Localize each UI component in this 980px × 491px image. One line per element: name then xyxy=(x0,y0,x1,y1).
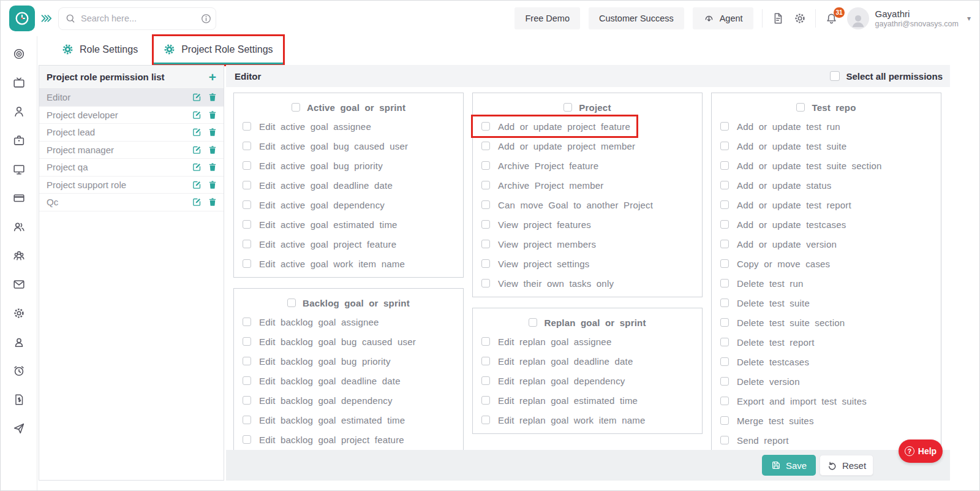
checkbox[interactable] xyxy=(243,416,251,424)
permission-item[interactable]: View project members xyxy=(473,234,702,254)
permission-item[interactable]: Edit backlog goal project feature xyxy=(234,430,463,449)
mail-icon[interactable] xyxy=(12,278,26,291)
permission-item[interactable]: Can move Goal to another Project xyxy=(473,195,702,215)
checkbox[interactable] xyxy=(720,181,729,189)
checkbox[interactable] xyxy=(243,142,251,150)
permission-item[interactable]: Edit active goal bug caused user xyxy=(234,136,463,156)
permission-item[interactable]: Edit active goal project feature xyxy=(234,234,463,254)
alarm-clock-icon[interactable] xyxy=(12,364,26,378)
checkbox[interactable] xyxy=(481,396,490,405)
checkbox[interactable] xyxy=(243,122,251,131)
permission-item[interactable]: Edit backlog goal dependency xyxy=(234,390,463,410)
checkbox[interactable] xyxy=(720,240,729,248)
group-checkbox[interactable] xyxy=(287,299,296,307)
permission-item[interactable]: Add or update test suite xyxy=(712,136,941,156)
group-header[interactable]: Backlog goal or sprint xyxy=(234,294,463,312)
checkbox[interactable] xyxy=(481,161,490,170)
permission-item[interactable]: Edit active goal estimated time xyxy=(234,215,463,234)
delete-icon[interactable] xyxy=(208,92,217,102)
permission-item[interactable]: Edit replan goal assignee xyxy=(473,332,702,351)
group-checkbox[interactable] xyxy=(529,318,537,327)
checkbox[interactable] xyxy=(720,200,729,209)
topbar-button[interactable]: Agent xyxy=(693,7,753,29)
permission-item[interactable]: View their own tasks only xyxy=(473,273,702,293)
edit-icon[interactable] xyxy=(192,110,202,120)
permission-item[interactable]: Export and import test suites xyxy=(712,391,941,411)
checkbox[interactable] xyxy=(481,142,490,150)
permission-item[interactable]: Add or update test report xyxy=(712,195,941,215)
permission-item[interactable]: Edit backlog goal bug caused user xyxy=(234,332,463,351)
credit-card-icon[interactable] xyxy=(12,191,26,205)
settings-icon[interactable] xyxy=(12,306,26,320)
checkbox[interactable] xyxy=(720,338,729,346)
group-header[interactable]: Test repo xyxy=(712,98,941,116)
checkbox[interactable] xyxy=(720,220,729,229)
checkbox[interactable] xyxy=(243,220,251,229)
tab[interactable]: Role Settings xyxy=(52,36,148,64)
permission-item[interactable]: Edit backlog goal assignee xyxy=(234,312,463,332)
team-icon[interactable] xyxy=(12,249,26,262)
permission-item[interactable]: View project features xyxy=(473,215,702,234)
role-row[interactable]: Qc xyxy=(39,194,224,211)
checkbox[interactable] xyxy=(481,240,490,248)
tv-icon[interactable] xyxy=(12,76,26,89)
permission-item[interactable]: Delete test suite xyxy=(712,293,941,313)
checkbox[interactable] xyxy=(720,299,729,307)
group-checkbox[interactable] xyxy=(796,103,805,112)
checkbox[interactable] xyxy=(481,220,490,229)
checkbox[interactable] xyxy=(243,318,251,326)
briefcase-icon[interactable] xyxy=(12,134,26,147)
checkbox[interactable] xyxy=(243,161,251,170)
permission-item[interactable]: Edit replan goal dependency xyxy=(473,371,702,390)
permission-item[interactable]: Merge test suites xyxy=(712,411,941,430)
checkbox[interactable] xyxy=(720,279,729,287)
search-box[interactable] xyxy=(58,7,216,30)
checkbox[interactable] xyxy=(243,357,251,365)
permission-item[interactable]: Edit active goal deadline date xyxy=(234,175,463,195)
person-badge-icon[interactable] xyxy=(12,335,26,349)
person-icon[interactable] xyxy=(12,105,26,118)
permission-item[interactable]: Edit active goal assignee xyxy=(234,116,463,136)
checkbox[interactable] xyxy=(720,397,729,405)
permission-item[interactable]: Add or update project member xyxy=(473,136,702,156)
group-header[interactable]: Project xyxy=(473,98,702,116)
tab[interactable]: Project Role Settings xyxy=(154,36,282,64)
user-menu[interactable]: Gayathri gayathri@snovasys.com ▾ xyxy=(847,7,971,29)
permission-item[interactable]: Archive Project feature xyxy=(473,156,702,175)
monitor-icon[interactable] xyxy=(12,162,26,176)
permission-item[interactable]: Edit backlog goal deadline date xyxy=(234,371,463,390)
group-header[interactable]: Active goal or sprint xyxy=(234,98,463,116)
edit-icon[interactable] xyxy=(192,92,202,102)
edit-icon[interactable] xyxy=(192,145,202,155)
permission-item[interactable]: Add or update version xyxy=(712,234,941,254)
permission-item[interactable]: Delete test suite section xyxy=(712,313,941,332)
checkbox[interactable] xyxy=(243,337,251,346)
checkbox[interactable] xyxy=(481,416,490,424)
checkbox[interactable] xyxy=(720,142,729,150)
permission-item[interactable]: Edit active goal work item name xyxy=(234,254,463,273)
document-icon[interactable] xyxy=(771,12,785,25)
permission-item[interactable]: Delete testcases xyxy=(712,352,941,371)
permission-item[interactable]: Delete test run xyxy=(712,273,941,293)
settings-gear-icon[interactable] xyxy=(793,12,807,25)
edit-icon[interactable] xyxy=(192,180,202,190)
permission-item[interactable]: Edit replan goal deadline date xyxy=(473,351,702,371)
search-input[interactable] xyxy=(81,13,195,23)
permission-item[interactable]: Edit replan goal estimated time xyxy=(473,390,702,410)
role-row[interactable]: Project qa xyxy=(39,159,224,177)
checkbox[interactable] xyxy=(481,376,490,385)
send-icon[interactable] xyxy=(12,422,26,435)
role-row[interactable]: Project manager xyxy=(39,142,224,159)
checkbox[interactable] xyxy=(481,200,490,209)
notifications-bell-icon[interactable]: 31 xyxy=(824,12,839,26)
checkbox[interactable] xyxy=(720,416,729,425)
app-logo[interactable] xyxy=(9,6,35,31)
permission-item[interactable]: Delete test report xyxy=(712,332,941,352)
permission-item[interactable]: Edit active goal dependency xyxy=(234,195,463,215)
topbar-button[interactable]: Free Demo xyxy=(514,7,580,29)
checkbox[interactable] xyxy=(481,259,490,268)
checkbox[interactable] xyxy=(720,122,729,131)
sidebar-expand-chevrons-icon[interactable] xyxy=(40,13,52,24)
delete-icon[interactable] xyxy=(208,127,217,137)
checkbox[interactable] xyxy=(720,259,729,268)
